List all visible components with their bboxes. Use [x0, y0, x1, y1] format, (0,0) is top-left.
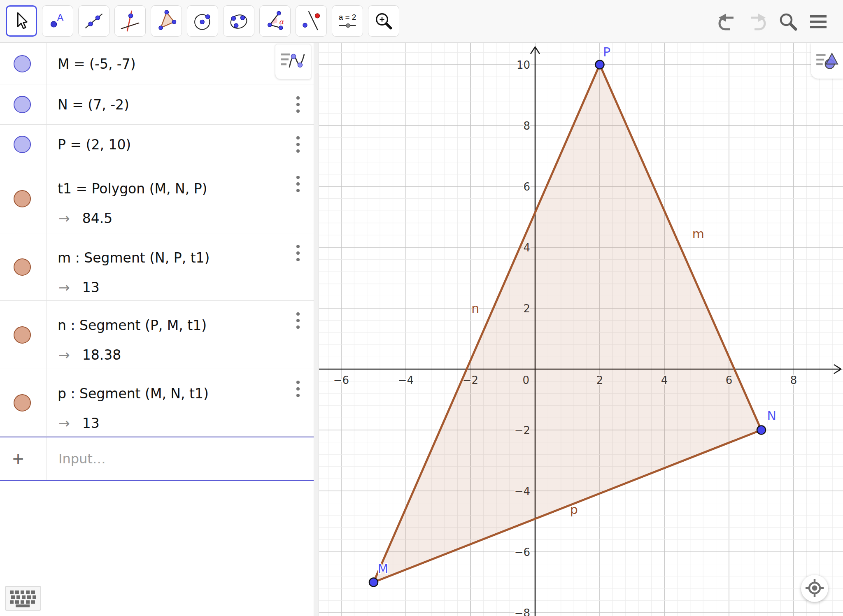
row-menu-button-N[interactable]	[294, 94, 302, 115]
visibility-toggle-n[interactable]	[14, 326, 31, 344]
svg-text:a = 2: a = 2	[339, 13, 356, 21]
algebra-row-t1[interactable]: t1 = Polygon (M, N, P) →84.5	[0, 164, 314, 233]
output-arrow: →	[58, 415, 70, 431]
algebra-row-p[interactable]: p : Segment (M, N, t1) →13	[0, 369, 314, 437]
algebra-row-P[interactable]: P = (2, 10)	[0, 125, 314, 164]
value-m: →13	[58, 279, 100, 295]
redo-icon	[747, 11, 768, 32]
zoom-in-icon	[371, 9, 396, 33]
add-input-button[interactable]: +	[12, 449, 24, 469]
hamburger-menu-icon	[808, 11, 829, 32]
graphics-canvas[interactable]: −6−4−202468108642−2−4−6−8mnpMNP	[319, 43, 843, 616]
graphics-style-button[interactable]	[811, 43, 843, 79]
redo-button[interactable]	[747, 11, 768, 32]
row-menu-button-n[interactable]	[294, 310, 302, 331]
algebra-style-button[interactable]	[275, 44, 311, 79]
svg-text:6: 6	[523, 181, 530, 193]
algebra-row-M[interactable]: M = (-5, -7)	[0, 43, 314, 84]
algebra-row-m[interactable]: m : Segment (N, P, t1) →13	[0, 233, 314, 301]
angle-icon: α	[263, 9, 287, 33]
visibility-toggle-M[interactable]	[14, 55, 31, 72]
tool-line-button[interactable]	[78, 5, 109, 37]
visibility-toggle-P[interactable]	[14, 136, 31, 153]
undo-icon	[716, 11, 738, 32]
undo-button[interactable]	[716, 11, 738, 32]
point-label-M: M	[378, 562, 389, 576]
value-text: 84.5	[82, 210, 112, 226]
point-M[interactable]	[369, 578, 378, 587]
tool-reflect-button[interactable]	[296, 5, 327, 37]
visibility-toggle-m[interactable]	[14, 258, 31, 276]
slider-icon: a = 2	[335, 9, 360, 33]
kebab-menu-icon	[296, 94, 300, 115]
definition-N: N = (7, -2)	[58, 96, 129, 112]
algebra-row-N[interactable]: N = (7, -2)	[0, 84, 314, 125]
algebra-input[interactable]	[58, 437, 305, 480]
value-n: →18.38	[58, 347, 121, 363]
tool-point-button[interactable]: A	[42, 5, 73, 37]
virtual-keyboard-button[interactable]	[5, 586, 41, 611]
row-menu-button-t1[interactable]	[294, 173, 302, 195]
point-P[interactable]	[596, 60, 604, 69]
point-N[interactable]	[757, 426, 766, 435]
row-menu-button-P[interactable]	[294, 134, 302, 155]
definition-p: p : Segment (M, N, t1)	[58, 386, 209, 402]
row-menu-button-m[interactable]	[294, 242, 302, 264]
visibility-toggle-p[interactable]	[14, 394, 31, 411]
value-p: →13	[58, 415, 100, 431]
output-arrow: →	[58, 347, 70, 363]
value-text: 13	[82, 415, 100, 431]
graphics-style-icon	[814, 48, 840, 73]
search-icon	[777, 11, 799, 32]
svg-text:−8: −8	[515, 607, 530, 616]
kebab-menu-icon	[296, 378, 300, 400]
svg-text:A: A	[57, 12, 63, 23]
target-icon	[803, 576, 827, 600]
point-label-N: N	[767, 409, 776, 423]
output-arrow: →	[58, 279, 70, 295]
svg-text:−4: −4	[398, 374, 414, 386]
segment-label-n: n	[471, 301, 479, 316]
algebra-row-n[interactable]: n : Segment (P, M, t1) →18.38	[0, 301, 314, 369]
svg-text:α: α	[279, 18, 284, 26]
tool-polygon-button[interactable]	[151, 5, 182, 37]
visibility-toggle-t1[interactable]	[14, 190, 31, 207]
visibility-toggle-N[interactable]	[14, 96, 31, 113]
tool-conic-button[interactable]	[223, 5, 254, 37]
recenter-view-button[interactable]	[801, 575, 828, 602]
tool-slider-button[interactable]: a = 2	[332, 5, 363, 37]
kebab-menu-icon	[296, 173, 300, 195]
kebab-menu-icon	[296, 310, 300, 331]
row-menu-button-p[interactable]	[294, 378, 302, 400]
toolbar: A	[0, 0, 843, 43]
keyboard-icon	[7, 588, 39, 608]
definition-M: M = (-5, -7)	[58, 56, 136, 72]
search-button[interactable]	[777, 11, 799, 32]
panel-resize-handle[interactable]	[314, 43, 319, 616]
value-text: 18.38	[82, 347, 121, 363]
output-arrow: →	[58, 210, 70, 226]
definition-n: n : Segment (P, M, t1)	[58, 317, 207, 333]
perpendicular-line-icon	[118, 9, 142, 33]
reflect-about-line-icon	[299, 9, 324, 33]
tool-circle-center-button[interactable]	[187, 5, 218, 37]
algebra-panel: M = (-5, -7) N = (7, -2)	[0, 43, 314, 616]
tool-perpendicular-line-button[interactable]	[114, 5, 146, 37]
segment-label-m: m	[692, 227, 704, 241]
svg-text:−6: −6	[333, 374, 349, 386]
segment-label-p: p	[570, 502, 578, 517]
geogebra-app: A	[0, 0, 843, 616]
tool-angle-button[interactable]: α	[259, 5, 291, 37]
point-label-P: P	[603, 45, 610, 59]
algebra-style-icon	[279, 48, 307, 75]
kebab-menu-icon	[296, 134, 300, 155]
toolbar-actions	[716, 11, 829, 32]
menu-button[interactable]	[808, 11, 829, 32]
value-t1: →84.5	[58, 210, 112, 226]
svg-text:8: 8	[790, 374, 797, 386]
definition-P: P = (2, 10)	[58, 136, 131, 152]
tool-zoom-in-button[interactable]	[368, 5, 399, 37]
tool-move-button[interactable]	[6, 5, 37, 37]
tool-buttons: A	[6, 5, 399, 37]
svg-text:−6: −6	[515, 546, 530, 558]
